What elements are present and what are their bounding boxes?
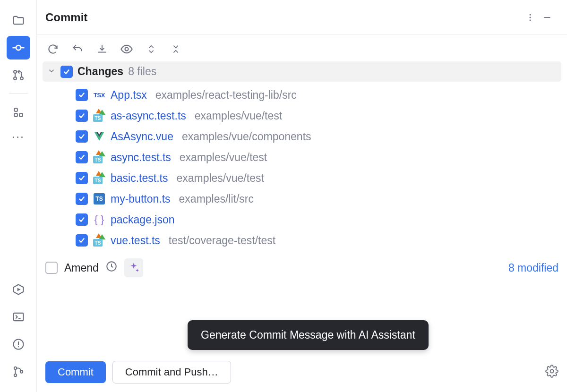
file-type-icon: { } bbox=[93, 213, 106, 226]
file-type-icon bbox=[93, 130, 106, 143]
file-name: as-async.test.ts bbox=[111, 110, 186, 122]
svg-point-0 bbox=[16, 45, 21, 50]
commit-panel: Commit bbox=[37, 0, 567, 392]
panel-title: Commit bbox=[45, 11, 87, 24]
commit-button[interactable]: Commit bbox=[45, 361, 106, 383]
file-row[interactable]: TSasync.test.tsexamples/vue/test bbox=[76, 147, 561, 168]
file-path: examples/vue/test bbox=[180, 151, 267, 164]
file-name: basic.test.ts bbox=[111, 172, 168, 185]
shelve-icon[interactable] bbox=[94, 42, 110, 57]
vcs-tool-icon[interactable] bbox=[7, 360, 30, 383]
refresh-icon[interactable] bbox=[45, 42, 60, 57]
file-type-icon: TS bbox=[93, 109, 106, 122]
file-row[interactable]: AsAsync.vueexamples/vue/components bbox=[76, 126, 561, 147]
svg-rect-6 bbox=[14, 108, 17, 111]
file-row[interactable]: TSas-async.test.tsexamples/vue/test bbox=[76, 105, 561, 126]
amend-checkbox[interactable] bbox=[45, 262, 58, 274]
commit-tool-icon[interactable] bbox=[7, 36, 30, 60]
svg-rect-7 bbox=[14, 113, 17, 117]
svg-point-15 bbox=[17, 346, 18, 347]
settings-gear-icon[interactable] bbox=[545, 365, 558, 380]
file-checkbox[interactable] bbox=[76, 151, 88, 163]
file-name: package.json bbox=[111, 213, 175, 226]
file-row[interactable]: TSmy-button.tsexamples/lit/src bbox=[76, 188, 561, 209]
svg-point-4 bbox=[14, 77, 17, 80]
svg-point-18 bbox=[20, 370, 22, 373]
svg-marker-10 bbox=[17, 288, 20, 291]
file-row[interactable]: TSvue.test.tstest/coverage-test/test bbox=[76, 230, 561, 251]
file-checkbox[interactable] bbox=[76, 130, 88, 143]
svg-rect-11 bbox=[13, 313, 23, 321]
divider bbox=[9, 94, 28, 94]
file-name: App.tsx bbox=[111, 89, 147, 102]
expand-all-icon[interactable] bbox=[144, 42, 159, 57]
minimize-icon[interactable] bbox=[539, 9, 556, 26]
file-type-icon: TS bbox=[93, 151, 106, 164]
svg-rect-8 bbox=[19, 113, 22, 117]
svg-point-17 bbox=[14, 374, 16, 376]
ai-tooltip: Generate Commit Message with AI Assistan… bbox=[188, 320, 429, 350]
panel-header: Commit bbox=[37, 0, 567, 35]
file-name: my-button.ts bbox=[111, 193, 171, 205]
svg-point-16 bbox=[14, 367, 16, 369]
options-icon[interactable] bbox=[522, 9, 539, 26]
terminal-tool-icon[interactable] bbox=[7, 305, 30, 329]
file-name: AsAsync.vue bbox=[111, 130, 173, 143]
file-checkbox[interactable] bbox=[76, 234, 88, 247]
file-checkbox[interactable] bbox=[76, 213, 88, 226]
amend-row: Amend 8 modified bbox=[37, 251, 567, 282]
diff-preview-icon[interactable] bbox=[119, 42, 134, 57]
svg-point-5 bbox=[20, 77, 23, 80]
svg-point-20 bbox=[530, 17, 531, 18]
file-path: test/coverage-test/test bbox=[169, 234, 275, 247]
rollback-icon[interactable] bbox=[70, 42, 85, 57]
file-path: examples/lit/src bbox=[179, 193, 254, 205]
commit-toolbar bbox=[37, 35, 567, 61]
left-tool-stripe: ··· bbox=[0, 0, 37, 392]
amend-label: Amend bbox=[64, 262, 99, 274]
svg-point-19 bbox=[530, 14, 531, 15]
file-type-icon: TS bbox=[93, 171, 106, 185]
structure-tool-icon[interactable] bbox=[7, 101, 30, 124]
changes-checkbox[interactable] bbox=[60, 66, 73, 78]
file-row[interactable]: TSbasic.test.tsexamples/vue/test bbox=[76, 168, 561, 188]
svg-point-3 bbox=[14, 70, 17, 73]
file-row[interactable]: { }package.json bbox=[76, 209, 561, 230]
ai-generate-button[interactable] bbox=[124, 258, 143, 277]
changes-count: 8 files bbox=[128, 65, 156, 78]
file-type-icon: TS bbox=[93, 234, 106, 247]
file-name: vue.test.ts bbox=[111, 234, 160, 247]
file-type-icon: TS bbox=[93, 192, 106, 205]
changes-group-header[interactable]: Changes 8 files bbox=[43, 61, 561, 82]
file-checkbox[interactable] bbox=[76, 89, 88, 101]
services-tool-icon[interactable] bbox=[7, 278, 30, 301]
commit-footer: Commit Commit and Push… bbox=[37, 352, 567, 392]
file-type-icon: TSX bbox=[93, 88, 106, 102]
project-tool-icon[interactable] bbox=[7, 9, 30, 32]
commit-and-push-button[interactable]: Commit and Push… bbox=[112, 361, 231, 383]
file-checkbox[interactable] bbox=[76, 172, 88, 184]
file-row[interactable]: TSXApp.tsxexamples/react-testing-lib/src bbox=[76, 85, 561, 105]
pull-requests-icon[interactable] bbox=[7, 63, 30, 87]
file-path: examples/vue/test bbox=[176, 172, 264, 185]
file-path: examples/vue/test bbox=[195, 110, 282, 122]
chevron-down-icon[interactable] bbox=[47, 65, 56, 78]
more-tools-icon[interactable]: ··· bbox=[12, 130, 25, 144]
file-checkbox[interactable] bbox=[76, 193, 88, 205]
changes-label: Changes bbox=[77, 65, 123, 78]
svg-point-21 bbox=[530, 19, 531, 21]
file-path: examples/vue/components bbox=[182, 130, 311, 143]
modified-count[interactable]: 8 modified bbox=[508, 262, 558, 274]
history-icon[interactable] bbox=[105, 260, 118, 275]
svg-point-23 bbox=[125, 48, 129, 51]
svg-point-25 bbox=[550, 370, 554, 373]
collapse-all-icon[interactable] bbox=[168, 42, 183, 57]
file-name: async.test.ts bbox=[111, 151, 171, 164]
file-list: TSXApp.tsxexamples/react-testing-lib/src… bbox=[43, 82, 561, 251]
file-path: examples/react-testing-lib/src bbox=[155, 89, 297, 102]
file-checkbox[interactable] bbox=[76, 110, 88, 122]
problems-tool-icon[interactable] bbox=[7, 332, 30, 356]
